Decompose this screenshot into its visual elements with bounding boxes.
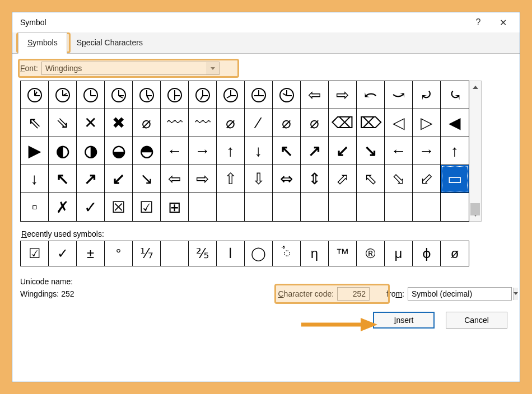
symbol-cell[interactable] <box>21 81 49 109</box>
symbol-cell[interactable]: ⌦ <box>357 109 385 137</box>
symbol-cell[interactable] <box>217 81 245 109</box>
symbol-cell[interactable]: ↓ <box>21 165 49 193</box>
recent-symbol-cell[interactable]: ° <box>105 241 133 266</box>
symbol-cell[interactable]: ↑ <box>441 137 469 165</box>
symbol-cell[interactable]: ⬁ <box>357 165 385 193</box>
symbol-cell[interactable]: ↙ <box>105 165 133 193</box>
symbol-cell[interactable]: ✗ <box>49 193 77 221</box>
recent-symbol-cell[interactable]: ø <box>441 241 469 266</box>
recent-symbol-cell[interactable]: ⅖ <box>189 241 217 266</box>
recent-symbol-cell[interactable] <box>161 241 189 266</box>
recent-symbol-cell[interactable]: ɸ <box>413 241 441 266</box>
symbol-cell[interactable]: ↘ <box>357 137 385 165</box>
character-code-input[interactable] <box>337 287 370 301</box>
symbol-cell[interactable]: ⇦ <box>161 165 189 193</box>
symbol-cell[interactable]: ▶ <box>21 137 49 165</box>
recent-symbol-cell[interactable]: ⅟₇ <box>133 241 161 266</box>
help-button[interactable]: ? <box>466 14 491 31</box>
symbol-cell[interactable]: ∕ <box>245 109 273 137</box>
recent-symbol-cell[interactable]: ا <box>217 241 245 266</box>
symbol-cell[interactable] <box>105 81 133 109</box>
symbol-cell[interactable]: ⇦ <box>301 81 329 109</box>
insert-button[interactable]: Insert <box>373 312 435 329</box>
symbol-cell[interactable]: ⌫ <box>329 109 357 137</box>
symbol-cell[interactable]: ✓ <box>77 193 105 221</box>
symbol-cell[interactable]: 〰 <box>189 109 217 137</box>
symbol-cell[interactable]: ⇖ <box>21 109 49 137</box>
symbol-cell[interactable] <box>413 193 441 221</box>
symbol-cell[interactable]: ✕ <box>77 109 105 137</box>
symbol-cell[interactable]: ⤿ <box>441 81 469 109</box>
symbol-cell[interactable]: ⇨ <box>189 165 217 193</box>
symbol-cell[interactable]: ⬀ <box>329 165 357 193</box>
symbol-cell[interactable] <box>273 193 301 221</box>
scroll-thumb[interactable] <box>470 203 480 215</box>
symbol-cell[interactable]: ⇧ <box>217 165 245 193</box>
symbol-cell[interactable] <box>301 193 329 221</box>
symbol-cell[interactable]: ☒ <box>105 193 133 221</box>
symbol-cell[interactable]: ⇕ <box>301 165 329 193</box>
symbol-cell[interactable]: ↗ <box>77 165 105 193</box>
symbol-cell[interactable] <box>273 81 301 109</box>
symbol-cell[interactable]: ◁ <box>385 109 413 137</box>
recent-symbol-cell[interactable]: μ <box>385 241 413 266</box>
tab-symbols[interactable]: Symbols <box>18 32 67 54</box>
scroll-track[interactable] <box>469 93 481 209</box>
symbol-cell[interactable]: ⌀ <box>133 109 161 137</box>
font-dropdown-button[interactable] <box>207 62 219 74</box>
symbol-cell[interactable]: ↖ <box>273 137 301 165</box>
symbol-cell[interactable] <box>77 81 105 109</box>
symbol-cell[interactable]: ⇨ <box>329 81 357 109</box>
recent-symbol-cell[interactable]: ± <box>77 241 105 266</box>
symbol-cell[interactable]: ↘ <box>133 165 161 193</box>
symbol-cell[interactable]: ← <box>161 137 189 165</box>
symbol-cell[interactable] <box>245 193 273 221</box>
symbol-cell[interactable]: ☑ <box>133 193 161 221</box>
symbol-cell[interactable] <box>385 193 413 221</box>
recent-symbol-cell[interactable]: η <box>301 241 329 266</box>
tab-special-characters[interactable]: Special Characters <box>67 32 152 54</box>
recent-symbol-cell[interactable]: ® <box>357 241 385 266</box>
symbol-cell[interactable]: ◒ <box>105 137 133 165</box>
symbol-cell[interactable] <box>161 81 189 109</box>
symbol-cell[interactable] <box>49 81 77 109</box>
font-input[interactable] <box>42 63 207 74</box>
symbol-cell[interactable] <box>133 81 161 109</box>
symbol-cell[interactable]: ⤺ <box>357 81 385 109</box>
symbol-cell[interactable]: ◑ <box>77 137 105 165</box>
symbol-cell[interactable]: ⌀ <box>217 109 245 137</box>
symbol-cell[interactable]: ↓ <box>245 137 273 165</box>
symbol-cell[interactable]: ⇩ <box>245 165 273 193</box>
symbol-cell[interactable]: → <box>189 137 217 165</box>
from-dropdown-button[interactable] <box>513 288 518 300</box>
symbol-cell[interactable]: ⊞ <box>161 193 189 221</box>
from-input[interactable] <box>408 288 513 299</box>
symbol-cell[interactable]: ⬃ <box>413 165 441 193</box>
symbol-cell[interactable]: ⌀ <box>301 109 329 137</box>
symbol-cell[interactable] <box>245 81 273 109</box>
symbol-cell[interactable]: ⌀ <box>273 109 301 137</box>
font-combo[interactable] <box>41 62 220 75</box>
symbol-cell[interactable] <box>217 193 245 221</box>
symbol-cell[interactable] <box>357 193 385 221</box>
symbol-cell[interactable]: ⇘ <box>49 109 77 137</box>
symbol-cell[interactable]: ◓ <box>133 137 161 165</box>
symbol-cell[interactable]: ◐ <box>49 137 77 165</box>
close-button[interactable]: ✕ <box>491 14 515 31</box>
symbol-cell[interactable] <box>189 81 217 109</box>
symbol-cell[interactable]: ⇔ <box>273 165 301 193</box>
cancel-button[interactable]: Cancel <box>446 312 507 329</box>
symbol-cell[interactable]: ✖ <box>105 109 133 137</box>
symbol-cell[interactable]: ▫ <box>21 193 49 221</box>
from-combo[interactable] <box>408 287 512 301</box>
symbol-cell[interactable]: ◀ <box>441 109 469 137</box>
symbol-cell[interactable] <box>329 193 357 221</box>
symbol-cell[interactable]: 〰 <box>161 109 189 137</box>
symbol-cell[interactable]: ↙ <box>329 137 357 165</box>
recent-symbol-cell[interactable]: ✓ <box>49 241 77 266</box>
symbol-cell[interactable]: ↗ <box>301 137 329 165</box>
scroll-up-button[interactable] <box>469 81 481 93</box>
symbol-cell[interactable]: ⤾ <box>413 81 441 109</box>
recent-symbol-cell[interactable]: ◯ <box>245 241 273 266</box>
symbol-cell[interactable]: ↑ <box>217 137 245 165</box>
